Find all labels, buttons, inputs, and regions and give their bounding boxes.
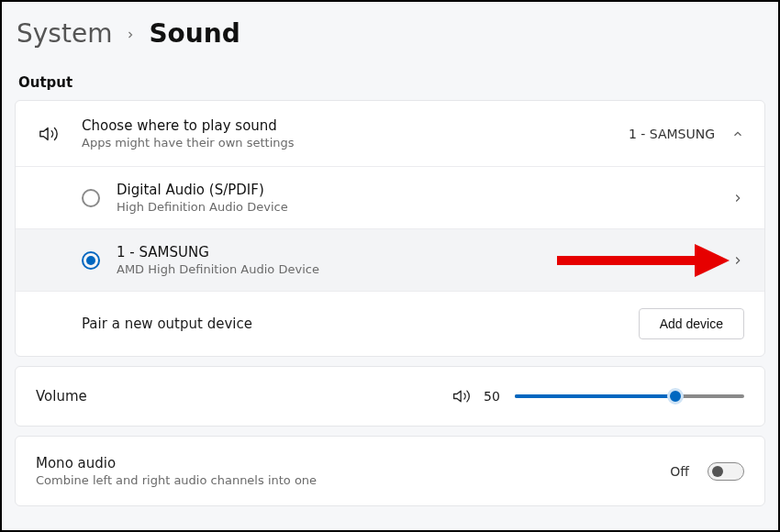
chevron-up-icon[interactable] [731,127,744,140]
current-output-value: 1 - SAMSUNG [629,127,715,141]
speaker-icon[interactable] [452,387,471,405]
volume-value: 50 [484,389,502,404]
breadcrumb: System Sound [15,18,765,49]
chevron-right-icon[interactable] [731,192,744,205]
radio-unchecked-icon[interactable] [82,189,100,207]
output-option-title: Digital Audio (S/PDIF) [117,182,731,198]
mono-toggle[interactable] [708,462,744,481]
output-section-label: Output [18,74,765,91]
add-device-button[interactable]: Add device [639,308,744,339]
breadcrumb-parent[interactable]: System [17,18,112,49]
output-option-samsung[interactable]: 1 - SAMSUNG AMD High Definition Audio De… [16,228,764,291]
mono-title: Mono audio [36,455,657,471]
volume-slider[interactable] [515,387,744,405]
output-option-subtitle: AMD High Definition Audio Device [117,262,731,276]
output-option-title: 1 - SAMSUNG [117,244,731,260]
speaker-icon [36,124,61,144]
mono-audio-card: Mono audio Combine left and right audio … [15,436,765,506]
choose-output-subtitle: Apps might have their own settings [82,136,629,150]
toggle-knob-icon [712,466,723,477]
output-option-subtitle: High Definition Audio Device [117,200,731,214]
svg-marker-0 [40,127,48,139]
choose-output-title: Choose where to play sound [82,117,629,134]
pair-device-label: Pair a new output device [82,316,639,332]
choose-output-row[interactable]: Choose where to play sound Apps might ha… [16,101,764,166]
volume-card: Volume 50 [15,366,765,427]
radio-checked-icon[interactable] [82,251,100,270]
svg-marker-3 [454,391,462,402]
mono-state-label: Off [670,464,689,479]
volume-label: Volume [36,388,440,405]
chevron-right-icon[interactable] [731,254,744,267]
mono-subtitle: Combine left and right audio channels in… [36,473,657,487]
chevron-right-icon [125,23,136,45]
output-device-card: Choose where to play sound Apps might ha… [15,100,765,357]
pair-device-row: Pair a new output device Add device [16,291,764,356]
output-option-spdif[interactable]: Digital Audio (S/PDIF) High Definition A… [16,166,764,228]
page-title: Sound [149,18,240,49]
